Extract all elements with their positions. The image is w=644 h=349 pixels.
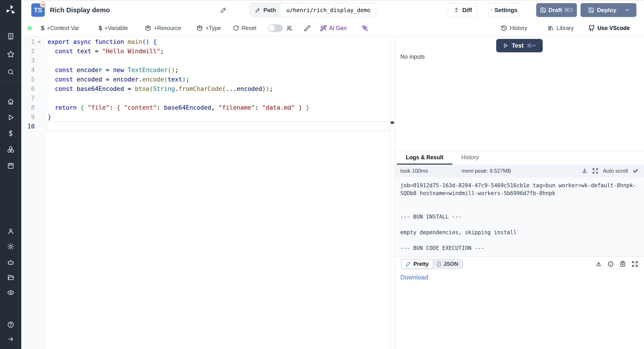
ai-sparkles-button[interactable] [362, 20, 368, 36]
test-button[interactable]: Test ⌘↵ [496, 39, 543, 52]
job-mem-peak: mem peak: 9.527MB [462, 168, 511, 174]
json-view-button[interactable]: {} JSON [433, 259, 462, 268]
editor-line-1[interactable]: 1export async function main() { [21, 37, 395, 46]
toggle-switch[interactable] [268, 24, 283, 32]
diff-button-label: Diff [462, 7, 472, 14]
settings-button[interactable]: Settings [488, 3, 520, 17]
editor-toolbar: $ +Context Var $ +Variable +Resource +Ty… [21, 20, 644, 36]
sidebar-item-audit[interactable] [0, 289, 21, 296]
sidebar-item-home[interactable] [0, 98, 21, 105]
toggle-knob [268, 25, 275, 31]
editor-line-5[interactable]: 5 const encoded = encoder.encode(text); [21, 75, 395, 84]
deploy-button-main[interactable]: Deploy [584, 3, 621, 17]
editor-line-7[interactable]: 7 [21, 93, 395, 103]
add-resource-button[interactable]: +Resource [145, 20, 181, 36]
paintbrush-icon [304, 25, 310, 32]
add-type-button[interactable]: +Type [196, 20, 221, 36]
topbar: TS Rich Display demo Path u/henri/rich_d… [21, 0, 644, 20]
sidebar-item-folders[interactable] [0, 274, 21, 281]
sidebar-item-variables[interactable] [0, 130, 21, 137]
line-number: 6 [21, 84, 46, 93]
test-button-label: Test [512, 42, 524, 49]
draft-button[interactable]: Draft ⌘S [536, 3, 577, 17]
sidebar-item-help[interactable] [0, 321, 21, 328]
copy-result-icon[interactable] [620, 261, 626, 267]
tab-logs-result[interactable]: Logs & Result [397, 151, 452, 165]
tab-history[interactable]: History [452, 151, 488, 165]
reset-label: Reset [242, 25, 256, 31]
sidebar-item-account[interactable] [0, 227, 21, 235]
history-label: History [510, 25, 527, 31]
library-button[interactable]: Library [548, 20, 574, 36]
editor-line-10[interactable]: 10 [21, 122, 395, 131]
line-number: 4 [21, 65, 46, 75]
editor-lines: 1export async function main() {2 const t… [21, 36, 395, 131]
editor-line-9[interactable]: 9} [21, 112, 395, 122]
editor-line-2[interactable]: 2 const text = "Hello Windmill"; [21, 46, 395, 56]
draft-button-label: Draft [548, 7, 562, 14]
log-output[interactable]: job=01912d75-163d-8204-47c9-5469c516cb1e… [395, 177, 644, 256]
editor-line-8[interactable]: 8 return { "file": { "content": base64En… [21, 103, 395, 112]
format-button[interactable] [304, 20, 310, 36]
pen-icon [406, 261, 411, 267]
sidebar-item-workspace[interactable] [0, 33, 21, 40]
editor-line-4[interactable]: 4 const encoder = new TextEncoder(); [21, 65, 395, 75]
sidebar-item-resources[interactable] [0, 146, 21, 153]
download-logs-icon[interactable] [582, 168, 588, 174]
status-dot [28, 26, 32, 31]
diff-button[interactable]: Diff [448, 3, 478, 17]
folder-open-icon [7, 274, 14, 281]
dollar-icon [7, 130, 14, 137]
sidebar-item-search[interactable] [0, 68, 21, 76]
check-icon[interactable] [632, 168, 639, 174]
ai-gen-button[interactable]: AI Gen [320, 20, 346, 36]
wand-sparkles-icon [320, 25, 327, 32]
play-outline-icon [503, 43, 508, 49]
add-variable-button[interactable]: $ +Variable [98, 20, 128, 36]
package-icon [196, 25, 203, 32]
sidebar-item-favorites[interactable] [0, 50, 21, 58]
user-icon [7, 227, 14, 235]
save-icon [540, 7, 546, 13]
multiplayer-button[interactable] [286, 20, 293, 36]
users-icon [286, 25, 293, 32]
editor-overview-ruler[interactable] [390, 36, 395, 349]
add-context-var-button[interactable]: $ +Context Var [41, 20, 79, 36]
path-group[interactable]: Path u/henri/rich_display_demo [250, 3, 376, 17]
script-path[interactable]: u/henri/rich_display_demo [281, 3, 376, 17]
use-vscode-button[interactable]: Use VScode [588, 20, 630, 36]
maximize-result-icon[interactable] [632, 261, 638, 267]
editor-line-3[interactable]: 3 [21, 56, 395, 65]
line-number: 10 [21, 122, 46, 131]
github-icon [588, 25, 595, 32]
code-editor[interactable]: 1export async function main() {2 const t… [21, 36, 395, 349]
download-result-icon[interactable] [595, 261, 602, 267]
expand-logs-icon[interactable] [592, 168, 598, 174]
main-area: TS Rich Display demo Path u/henri/rich_d… [21, 0, 644, 349]
pretty-view-button[interactable]: Pretty [402, 259, 433, 268]
path-button[interactable]: Path [250, 3, 281, 17]
pretty-view-label: Pretty [414, 261, 429, 267]
deploy-button-label: Deploy [597, 7, 616, 14]
auto-scroll-label[interactable]: Auto scroll [603, 168, 628, 174]
sidebar-item-settings[interactable] [0, 243, 21, 250]
edit-summary-pencil-icon[interactable] [220, 6, 227, 14]
editor-line-6[interactable]: 6 const base64Encoded = btoa(String.from… [21, 84, 395, 93]
reset-button[interactable]: Reset [232, 20, 256, 36]
info-icon[interactable] [607, 261, 614, 267]
run-section: Test ⌘↵ No inputs [395, 36, 644, 151]
fold-chevron-icon[interactable] [36, 39, 42, 45]
deploy-button[interactable]: Deploy [580, 3, 636, 17]
windmill-logo-icon[interactable] [0, 4, 21, 16]
sidebar-item-schedules[interactable] [0, 162, 21, 170]
sidebar-item-runs[interactable] [0, 114, 21, 121]
deploy-dropdown[interactable] [621, 3, 633, 17]
sidebar-item-workers[interactable] [0, 258, 21, 266]
download-result-link[interactable]: Download [400, 274, 644, 281]
path-button-label: Path [264, 7, 276, 14]
history-button[interactable]: History [501, 20, 527, 36]
add-variable-label: +Variable [105, 25, 128, 31]
result-view-switch: Pretty {} JSON [401, 259, 463, 269]
sidebar-item-collapse[interactable] [0, 335, 21, 343]
home-icon [7, 98, 14, 105]
